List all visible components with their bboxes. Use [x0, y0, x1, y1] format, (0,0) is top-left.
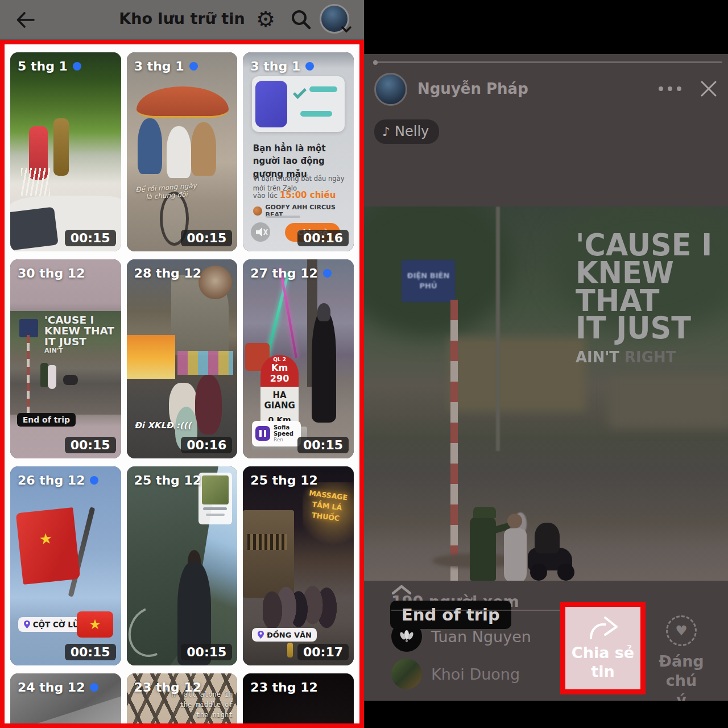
unread-dot	[323, 269, 332, 278]
photo-decor	[203, 507, 227, 510]
photo-decor	[473, 507, 496, 518]
top-letterbox	[364, 0, 728, 54]
story-tile[interactable]: AND THAT WAS 24 thg 12	[10, 673, 121, 728]
story-date: 26 thg 12	[18, 473, 98, 487]
close-icon[interactable]	[698, 78, 719, 99]
story-date: 5 thg 1	[18, 59, 81, 73]
share-arrow-icon	[586, 615, 619, 640]
photo-decor	[10, 206, 59, 250]
photo-decor	[53, 118, 69, 176]
location-sticker: ĐỒNG VĂN	[252, 628, 317, 642]
avatar[interactable]	[320, 4, 349, 34]
story-date: 3 thg 1	[134, 59, 198, 73]
story-duration: 00:15	[297, 437, 349, 453]
more-options-icon[interactable]	[659, 86, 681, 91]
story-thumbnail: ★ CỘT CỜ LŨNG CÚ ★	[10, 466, 121, 665]
story-tile[interactable]: Bạn hẳn là một người lao động gương mẫu …	[243, 52, 354, 251]
story-date: 27 thg 12	[250, 266, 331, 280]
story-thumbnail: Để rồi mong ngày là chung đôi	[127, 52, 238, 251]
photo-decor	[309, 86, 337, 92]
music-sticker	[198, 473, 231, 524]
music-pill[interactable]: ♪ Nelly	[374, 119, 439, 144]
photo-decor	[191, 122, 217, 176]
photo-decor	[195, 375, 222, 435]
progress-dot	[373, 60, 378, 65]
story-viewer-panel: ĐIỆN BIÊN PHỦ 'CAUSE I KNEW THAT IT JUST…	[364, 0, 728, 728]
settings-icon[interactable]: ⚙	[254, 7, 278, 31]
story-duration: 00:16	[297, 230, 349, 246]
story-author-name: Nguyễn Pháp	[417, 80, 528, 97]
annotation-highlight-box: 5 thg 1 00:15 Để rồi mong ngày là chung …	[0, 40, 364, 728]
photo-decor	[507, 514, 522, 528]
story-caption: Đi XKLĐ :(((	[134, 420, 191, 431]
photo-decor	[10, 692, 121, 728]
story-tile[interactable]: n' all alone in the middle of the night …	[127, 673, 238, 728]
story-tile[interactable]: 23 thg 12	[243, 673, 354, 728]
story-caption: Để rồi mong ngày là chung đôi	[133, 181, 200, 202]
story-tile[interactable]: QL 2Km 290 HA GIANG0 Km Sofia SpeedRen 2…	[243, 259, 354, 458]
photo-decor	[138, 118, 162, 174]
story-photo: ĐIỆN BIÊN PHỦ 'CAUSE I KNEW THAT IT JUST…	[364, 206, 728, 581]
avatar[interactable]	[374, 73, 407, 106]
story-date: 30 thg 12	[18, 266, 85, 280]
soldier-figure	[40, 363, 48, 387]
flag-sticker: ★	[77, 611, 113, 638]
key-charm-graphic	[287, 643, 293, 657]
story-tile[interactable]: Đi XKLĐ :((( 28 thg 12 00:16	[127, 259, 238, 458]
story-date: 3 thg 1	[250, 59, 314, 73]
vietnam-flag-graphic: ★	[15, 507, 80, 585]
viewer-name: Khoi Duong	[431, 665, 520, 683]
music-icon	[255, 426, 270, 441]
unread-dot	[73, 62, 81, 71]
notable-button[interactable]: ♥ Đáng chúý	[653, 615, 710, 709]
story-title-pill: End of trip	[390, 601, 511, 629]
story-date: 28 thg 12	[134, 266, 201, 280]
story-tile[interactable]: MASSAGE TẮM LÁ THUỐC ĐỒNG VĂN 25 thg 12 …	[243, 466, 354, 665]
story-date: 23 thg 12	[250, 680, 317, 694]
archive-topbar: Kho lưu trữ tin ⚙	[0, 0, 364, 40]
photo-decor	[557, 564, 574, 581]
story-duration: 00:15	[181, 644, 232, 660]
story-tile[interactable]: 'CAUSE I KNEW THAT IT JUST AIN'T End of …	[10, 259, 121, 458]
lotus-icon	[398, 627, 416, 646]
story-thumbnail	[10, 52, 121, 251]
story-duration: 00:17	[297, 644, 349, 660]
photo-decor	[449, 337, 586, 411]
screenshot: Kho lưu trữ tin ⚙	[0, 0, 728, 728]
photo-decor	[177, 351, 233, 375]
mute-icon[interactable]	[251, 222, 270, 242]
search-icon[interactable]	[289, 7, 313, 31]
street-sign: ĐIỆN BIÊN PHỦ	[402, 260, 455, 302]
story-tile[interactable]: 5 thg 1 00:15	[10, 52, 121, 251]
story-tile[interactable]: ★ CỘT CỜ LŨNG CÚ ★ 26 thg 12 00:15	[10, 466, 121, 665]
photo-decor	[206, 514, 225, 516]
photo-decor	[21, 168, 50, 196]
photo-decor	[19, 319, 38, 337]
story-date: 24 thg 12	[18, 680, 98, 694]
unread-dot	[189, 62, 198, 71]
music-note-icon: ♪	[382, 125, 390, 139]
lyric-overlay: 'CAUSE I KNEW THAT IT JUST AIN'T RIGHT	[576, 231, 728, 366]
inset-photo-circle	[198, 266, 231, 300]
bride-figure	[48, 365, 56, 389]
unread-dot	[90, 476, 98, 485]
story-header: Nguyễn Pháp	[364, 72, 728, 108]
unread-dot	[305, 62, 314, 71]
viewer-name: Tuan Nguyen	[431, 628, 531, 646]
photo-decor	[266, 216, 300, 218]
share-story-button[interactable]: Chia sẻtin	[560, 602, 646, 694]
song-icon	[253, 206, 262, 216]
story-tile[interactable]: Để rồi mong ngày là chung đôi 3 thg 1 00…	[127, 52, 238, 251]
story-title-pill: End of trip	[17, 413, 76, 427]
story-thumbnail: Bạn hẳn là một người lao động gương mẫu …	[243, 52, 354, 251]
neon-sign-text: MASSAGE TẮM LÁ THUỐC	[303, 487, 351, 524]
lyric-overlay: 'CAUSE I KNEW THAT IT JUST AIN'T	[44, 315, 114, 354]
story-duration: 00:16	[181, 437, 232, 453]
photo-decor	[317, 303, 330, 321]
story-date: 25 thg 12	[134, 473, 201, 487]
bride-figure	[504, 528, 527, 581]
striped-pole-graphic	[27, 335, 30, 415]
story-tile[interactable]: 25 thg 12 00:15	[127, 466, 238, 665]
photo-decor	[127, 335, 176, 379]
heart-circle-icon: ♥	[666, 615, 697, 646]
